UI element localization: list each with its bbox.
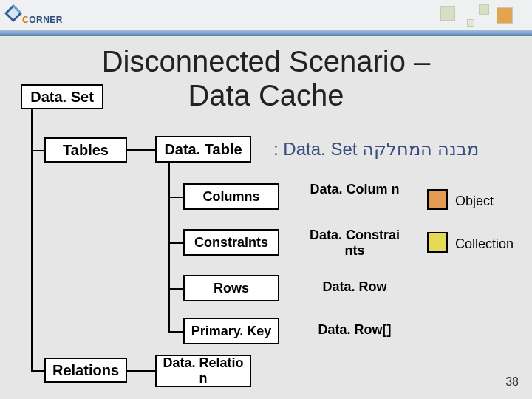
header-decoration <box>436 3 525 30</box>
legend-object-label: Object <box>455 194 494 209</box>
tree-line <box>168 197 183 198</box>
tree-line <box>31 150 44 151</box>
node-tables: Tables <box>44 137 127 163</box>
tree-line <box>168 288 183 290</box>
type-datacolumn: Data. Colum n <box>303 182 406 197</box>
type-datarow: Data. Row <box>303 279 406 295</box>
node-columns: Columns <box>183 183 279 210</box>
legend-object-swatch <box>427 189 448 210</box>
node-datatable: Data. Table <box>155 136 251 163</box>
node-datarelation: Data. Relatio n <box>155 355 251 387</box>
node-rows: Rows <box>183 275 279 301</box>
tree-line <box>168 163 170 331</box>
slide-subtitle: מבנה המחלקה Data. Set : <box>273 139 479 160</box>
logo-icon <box>3 3 24 24</box>
type-dataconstraints: Data. Constrai nts <box>303 228 406 259</box>
node-dataset: Data. Set <box>21 84 103 109</box>
tree-line <box>31 109 33 370</box>
node-primarykey: Primary. Key <box>183 318 279 344</box>
node-relations: Relations <box>44 358 127 383</box>
logo: CORNER <box>0 0 89 31</box>
page-number: 38 <box>505 375 519 389</box>
tree-line <box>168 331 183 332</box>
tree-line <box>168 242 183 244</box>
legend-collection-swatch <box>427 232 448 253</box>
legend-collection-label: Collection <box>455 236 514 252</box>
tree-line <box>31 370 44 372</box>
logo-text: CORNER <box>22 15 63 25</box>
tree-line <box>127 370 155 372</box>
slide-title: Disconnected Scenario – Data Cache <box>81 44 451 112</box>
header-bar: CORNER <box>0 0 532 31</box>
tree-line <box>127 149 155 151</box>
type-datarowarr: Data. Row[] <box>303 322 406 338</box>
node-constraints: Constraints <box>183 229 279 256</box>
